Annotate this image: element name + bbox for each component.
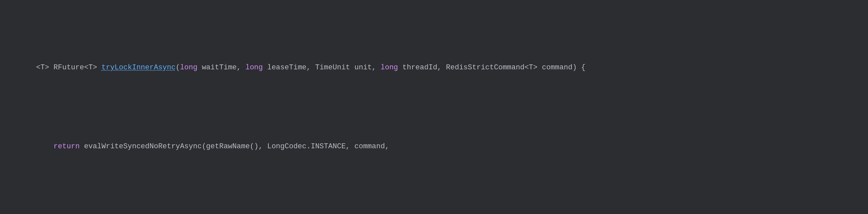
code-line-1: <T> RFuture<T> tryLockInnerAsync(long wa… (7, 51, 861, 85)
angle-bracket: <T> (36, 63, 54, 72)
method-name: tryLockInnerAsync (101, 63, 175, 72)
code-line-3: script: "if ((redis.call('exists', KEYS[… (7, 209, 861, 214)
keyword-long-2: long (245, 63, 263, 72)
keyword-return: return (54, 142, 80, 151)
generic: <T> (84, 63, 97, 72)
return-type: RFuture (54, 63, 84, 72)
keyword-long-3: long (380, 63, 398, 72)
code-editor: <T> RFuture<T> tryLockInnerAsync(long wa… (0, 3, 868, 214)
code-line-2: return evalWriteSyncedNoRetryAsync(getRa… (7, 130, 861, 163)
keyword-long-1: long (180, 63, 197, 72)
